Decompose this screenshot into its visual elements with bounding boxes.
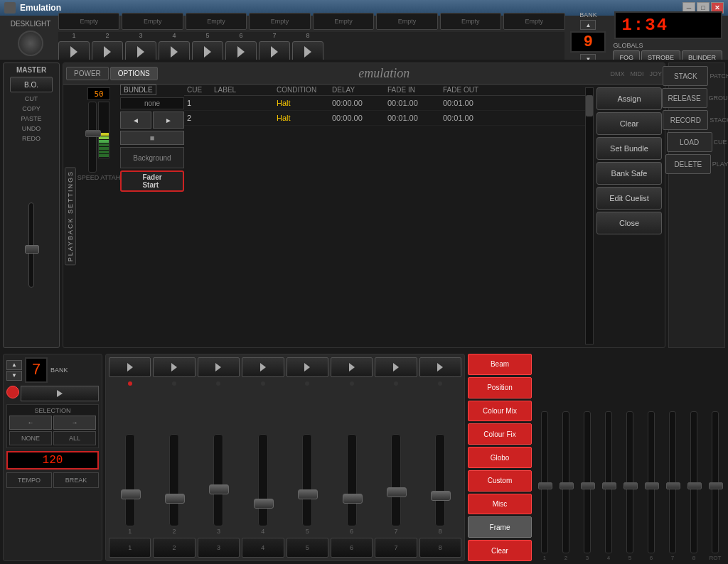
right-handle-1[interactable]	[538, 482, 552, 489]
right-handle-4[interactable]	[602, 482, 616, 489]
channel-handle-8[interactable]	[431, 491, 451, 501]
right-track-5[interactable]	[626, 411, 633, 553]
frame-button[interactable]: Frame	[468, 516, 532, 538]
cue-scrollbar[interactable]	[585, 87, 594, 345]
clear-button[interactable]: Clear	[596, 112, 662, 135]
break-button[interactable]: BREAK	[53, 472, 99, 488]
right-handle-5[interactable]	[623, 482, 638, 489]
right-handle-rot[interactable]	[709, 482, 723, 489]
right-track-2[interactable]	[562, 411, 569, 553]
stack-button-top[interactable]: STACK	[663, 66, 708, 86]
right-handle-3[interactable]	[581, 482, 595, 489]
bank-safe-button[interactable]: Bank Safe	[596, 162, 662, 185]
right-track-7[interactable]	[669, 411, 676, 553]
fader-bottom-7[interactable]: 7	[375, 538, 417, 558]
fader-bottom-6[interactable]: 6	[331, 538, 373, 558]
fader-play-6[interactable]	[331, 357, 373, 377]
fader-bottom-2[interactable]: 2	[153, 538, 195, 558]
colour-mix-button[interactable]: Colour Mix	[468, 401, 532, 422]
master-fader-handle[interactable]	[25, 245, 39, 254]
fader-play-4[interactable]	[242, 357, 284, 377]
tempo-button[interactable]: TEMPO	[6, 472, 52, 488]
empty-btn-2[interactable]: Empty	[122, 13, 183, 30]
edit-cuelist-button[interactable]: Edit Cuelist	[596, 187, 662, 210]
right-track-8[interactable]	[690, 411, 697, 553]
misc-button[interactable]: Misc	[468, 494, 532, 515]
set-bundle-button[interactable]: Set Bundle	[596, 137, 662, 160]
channel-fader-1[interactable]	[125, 434, 135, 526]
fader-play-7[interactable]	[375, 357, 417, 377]
release-button[interactable]: RELEASE	[662, 88, 707, 108]
all-button[interactable]: ALL	[53, 431, 96, 445]
right-handle-8[interactable]	[687, 482, 702, 489]
channel-fader-2[interactable]	[169, 434, 179, 526]
right-track-1[interactable]	[541, 411, 548, 553]
delete-button[interactable]: DELETE	[665, 154, 711, 174]
clear-bottom-button[interactable]: Clear	[468, 540, 532, 561]
record-button[interactable]: RECORD	[663, 110, 708, 130]
fader-play-2[interactable]	[153, 357, 195, 377]
master-fader-track[interactable]	[28, 202, 34, 288]
channel-handle-2[interactable]	[165, 494, 185, 504]
empty-btn-3[interactable]: Empty	[186, 13, 247, 30]
empty-btn-5[interactable]: Empty	[313, 13, 374, 30]
fader-play-5[interactable]	[287, 357, 328, 377]
channel-fader-8[interactable]	[435, 434, 445, 526]
right-handle-7[interactable]	[666, 482, 680, 489]
empty-btn-7[interactable]: Empty	[440, 13, 501, 30]
bundle-prev-button[interactable]: ◄	[120, 112, 151, 129]
close-button-panel[interactable]: Close	[596, 212, 662, 234]
bo-button[interactable]: B.O.	[10, 77, 53, 92]
fader-bottom-3[interactable]: 3	[198, 538, 240, 558]
channel-fader-3[interactable]	[213, 434, 223, 526]
empty-btn-6[interactable]: Empty	[376, 13, 437, 30]
right-handle-6[interactable]	[645, 482, 659, 489]
channel-handle-5[interactable]	[298, 489, 318, 499]
fader-bottom-4[interactable]: 4	[242, 538, 284, 558]
bottom-record-btn[interactable]	[6, 386, 19, 398]
small-fader-handle[interactable]	[85, 130, 101, 137]
globo-button[interactable]: Globo	[468, 447, 532, 468]
channel-handle-6[interactable]	[343, 494, 363, 504]
channel-handle-4[interactable]	[254, 499, 274, 509]
channel-handle-7[interactable]	[387, 487, 407, 497]
empty-btn-1[interactable]: Empty	[58, 13, 119, 30]
fader-start-button[interactable]: FaderStart	[120, 170, 184, 192]
right-track-6[interactable]	[648, 411, 655, 553]
position-button[interactable]: Position	[468, 377, 532, 398]
background-button[interactable]: Background	[120, 147, 184, 168]
colour-fix-button[interactable]: Colour Fix	[468, 423, 532, 445]
fader-play-1[interactable]	[109, 357, 151, 377]
channel-handle-1[interactable]	[121, 489, 141, 499]
fader-play-3[interactable]	[198, 357, 240, 377]
channel-handle-3[interactable]	[209, 484, 229, 494]
channel-fader-6[interactable]	[347, 434, 357, 526]
desklight-knob[interactable]	[18, 31, 43, 56]
right-track-rot[interactable]	[712, 411, 719, 553]
empty-btn-4[interactable]: Empty	[249, 13, 310, 30]
bundle-stop-button[interactable]: ■	[120, 131, 184, 145]
selection-left-button[interactable]: ←	[9, 416, 52, 430]
right-track-3[interactable]	[584, 411, 591, 553]
cue-row-2[interactable]: 2 Halt 00:00.00 00:01.00 00:01.00	[184, 111, 585, 126]
right-handle-2[interactable]	[560, 482, 574, 489]
fader-play-8[interactable]	[419, 357, 461, 377]
none-button[interactable]: NONE	[9, 431, 52, 445]
selection-right-button[interactable]: →	[53, 416, 96, 430]
channel-fader-4[interactable]	[258, 434, 268, 526]
fader-bottom-5[interactable]: 5	[287, 538, 328, 558]
empty-btn-8[interactable]: Empty	[503, 13, 564, 30]
bundle-next-button[interactable]: ►	[153, 112, 184, 129]
bank-down-bottom[interactable]: ▼	[6, 371, 22, 381]
fader-bottom-8[interactable]: 8	[419, 538, 461, 558]
load-button[interactable]: LOAD	[667, 132, 712, 152]
bank-up-top[interactable]: ▲	[580, 20, 596, 30]
scrollbar-thumb[interactable]	[586, 95, 593, 116]
channel-fader-5[interactable]	[302, 434, 312, 526]
assign-button[interactable]: Assign	[596, 87, 662, 110]
options-tab[interactable]: OPTIONS	[110, 67, 158, 80]
small-fader-track[interactable]	[88, 102, 97, 173]
beam-button[interactable]: Beam	[468, 354, 532, 375]
channel-fader-7[interactable]	[391, 434, 401, 526]
bottom-play-btn-main[interactable]	[21, 386, 99, 401]
